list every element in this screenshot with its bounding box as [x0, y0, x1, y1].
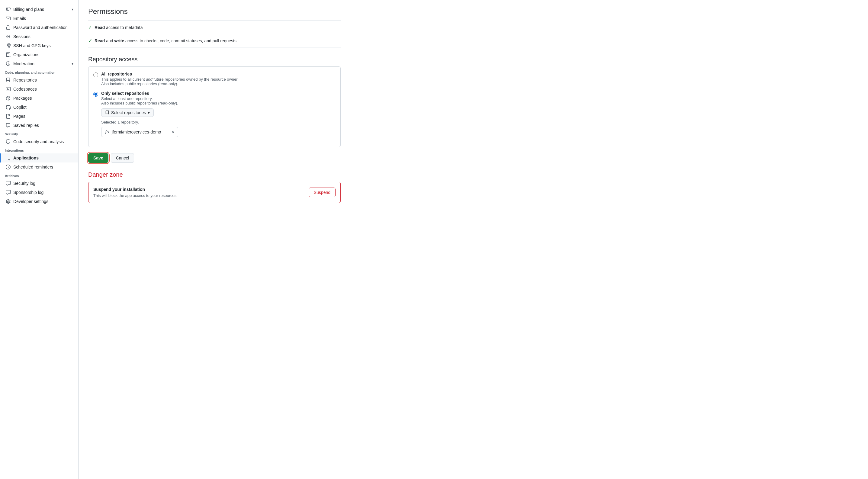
perm-bold-2: Read — [95, 38, 105, 43]
check-icon-1: ✓ — [88, 25, 92, 30]
radio-all-desc-italic: and — [145, 77, 154, 82]
sidebar-item-scheduled-reminders[interactable]: Scheduled reminders — [0, 162, 78, 171]
sidebar-item-moderation[interactable]: Moderation ▾ — [0, 59, 78, 68]
sidebar-item-repositories[interactable]: Repositories — [0, 75, 78, 85]
group-label-code: Code, planning, and automation — [0, 68, 78, 75]
permissions-title: Permissions — [88, 7, 341, 16]
radio-all-desc: This applies to all current and future r… — [101, 77, 239, 86]
sidebar-item-saved-replies[interactable]: Saved replies — [0, 121, 78, 130]
sidebar-item-packages-label: Packages — [13, 96, 32, 101]
shield-icon — [5, 139, 11, 145]
select-repositories-button[interactable]: Select repositories ▾ — [101, 108, 154, 117]
sidebar-item-emails-label: Emails — [13, 16, 26, 21]
perm-bold-1: Read — [95, 25, 105, 30]
cancel-button[interactable]: Cancel — [111, 153, 134, 163]
sidebar-item-organizations-label: Organizations — [13, 52, 39, 57]
selected-count: Selected 1 repository. — [101, 120, 178, 124]
copilot-icon — [5, 104, 11, 110]
group-label-archives: Archives — [0, 171, 78, 179]
suspend-text: Suspend your installation This will bloc… — [93, 187, 178, 198]
radio-all-desc1: This applies to all current — [101, 77, 145, 82]
sidebar-item-security-log-label: Security log — [13, 181, 35, 186]
sidebar-item-packages[interactable]: Packages — [0, 94, 78, 103]
radio-all-repos[interactable] — [93, 72, 98, 77]
perm-rest-2: access to checks, code, commit statuses,… — [125, 38, 237, 43]
sidebar-item-repositories-label: Repositories — [13, 77, 37, 83]
pages-icon — [5, 114, 11, 119]
sidebar-item-moderation-label: Moderation — [13, 61, 34, 66]
sidebar-item-password[interactable]: Password and authentication — [0, 23, 78, 32]
group-label-security: Security — [0, 130, 78, 137]
select-repos-btn-label: Select repositories — [111, 110, 146, 115]
radio-all-label: All repositories This applies to all cur… — [101, 71, 239, 86]
sidebar-item-copilot[interactable]: Copilot — [0, 103, 78, 112]
report-icon — [5, 61, 11, 66]
billing-icon — [5, 7, 11, 12]
sidebar-item-ssh[interactable]: SSH and GPG keys — [0, 41, 78, 50]
sidebar-item-sessions[interactable]: Sessions — [0, 32, 78, 41]
saved-replies-icon — [5, 123, 11, 128]
permission-text-2: Read and write access to checks, code, c… — [95, 38, 237, 43]
sidebar-item-scheduled-reminders-label: Scheduled reminders — [13, 165, 53, 169]
sidebar-item-codespaces-label: Codespaces — [13, 87, 37, 92]
radio-option-select: Only select repositories Select at least… — [93, 91, 336, 137]
radio-select-label-text: Only select repositories — [101, 91, 178, 96]
chevron-down-icon-moderation: ▾ — [71, 62, 73, 66]
sidebar-item-sponsorship-log-label: Sponsorship log — [13, 190, 43, 195]
group-label-integrations: Integrations — [0, 146, 78, 153]
sidebar-item-developer-settings[interactable]: Developer settings — [0, 197, 78, 206]
permission-row-1: ✓ Read access to metadata — [88, 21, 341, 34]
save-button[interactable]: Save — [88, 153, 108, 163]
suspend-title: Suspend your installation — [93, 187, 178, 192]
radio-select-desc: Select at least one repository. Also inc… — [101, 96, 178, 105]
sidebar-item-codespaces[interactable]: Codespaces — [0, 85, 78, 94]
repo-icon — [5, 77, 11, 83]
suspend-desc: This will block the app access to your r… — [93, 193, 178, 198]
sidebar-item-ssh-label: SSH and GPG keys — [13, 43, 51, 48]
sidebar-item-code-security[interactable]: Code security and analysis — [0, 137, 78, 146]
sidebar-item-billing-label: Billing and plans — [13, 7, 44, 12]
sidebar-item-pages[interactable]: Pages — [0, 112, 78, 121]
sidebar-item-sponsorship-log[interactable]: Sponsorship log — [0, 188, 78, 197]
radio-all-desc2: future repositories owned by the resourc… — [153, 77, 238, 82]
radio-select-desc1: Select at least one repository. — [101, 96, 153, 101]
sidebar-item-billing[interactable]: Billing and plans ▾ — [0, 5, 78, 14]
radio-select-repos[interactable] — [93, 92, 98, 97]
sidebar-item-pages-label: Pages — [13, 114, 25, 119]
sidebar-item-emails[interactable]: Emails — [0, 14, 78, 23]
clock-icon — [5, 164, 11, 170]
sidebar-item-password-label: Password and authentication — [13, 25, 68, 30]
sidebar-item-applications-label: Applications — [13, 156, 39, 160]
sidebar: Billing and plans ▾ Emails Password and … — [0, 0, 79, 479]
svg-point-1 — [7, 36, 9, 37]
apps-icon — [5, 155, 11, 161]
check-icon-2: ✓ — [88, 38, 92, 43]
radio-all-desc3: Also includes public repositories (read-… — [101, 82, 178, 86]
suspend-button[interactable]: Suspend — [309, 188, 336, 197]
sidebar-item-applications[interactable]: Applications — [0, 153, 78, 162]
package-icon — [5, 95, 11, 101]
chevron-down-icon: ▾ — [71, 7, 73, 11]
repo-access-box: All repositories This applies to all cur… — [88, 66, 341, 147]
danger-zone-title: Danger zone — [88, 171, 341, 178]
repo-tag: jfermi/microservices-demo × — [101, 127, 178, 137]
main-content: Permissions ✓ Read access to metadata ✓ … — [79, 0, 350, 479]
sidebar-item-sessions-label: Sessions — [13, 34, 31, 39]
sidebar-item-copilot-label: Copilot — [13, 105, 27, 109]
codespaces-icon — [5, 86, 11, 92]
repo-btn-icon — [105, 110, 109, 115]
sidebar-item-organizations[interactable]: Organizations — [0, 50, 78, 59]
remove-repo-button[interactable]: × — [172, 130, 174, 134]
radio-select-label: Only select repositories Select at least… — [101, 91, 178, 137]
permission-row-2: ✓ Read and write access to checks, code,… — [88, 34, 341, 47]
radio-icon — [5, 34, 11, 39]
sidebar-item-developer-settings-label: Developer settings — [13, 199, 48, 204]
perm-bold-3: write — [114, 38, 124, 43]
perm-and: and — [106, 38, 114, 43]
email-icon — [5, 16, 11, 21]
dev-settings-icon — [5, 199, 11, 204]
sidebar-item-security-log[interactable]: Security log — [0, 179, 78, 188]
sidebar-item-saved-replies-label: Saved replies — [13, 123, 39, 128]
sidebar-item-code-security-label: Code security and analysis — [13, 139, 64, 144]
log-icon — [5, 181, 11, 186]
